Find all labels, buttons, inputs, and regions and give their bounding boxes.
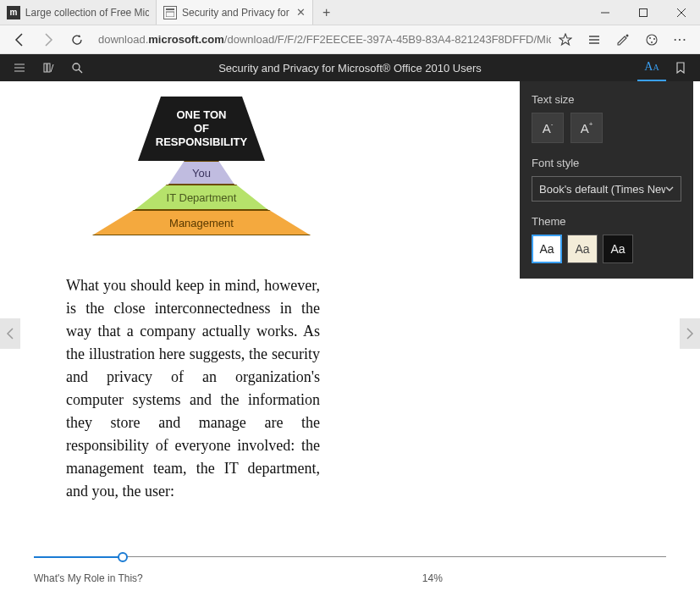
tab-free-mic[interactable]: m Large collection of Free Mic xyxy=(0,0,157,25)
back-button[interactable] xyxy=(5,27,34,52)
hat-line: ONE TON xyxy=(177,108,227,122)
share-button[interactable] xyxy=(637,27,666,52)
favicon-m-icon: m xyxy=(7,6,20,19)
url-host: microsoft.com xyxy=(148,33,224,46)
favorite-button[interactable] xyxy=(551,27,580,52)
font-style-value: Book's default (Times New R xyxy=(539,183,665,196)
progress-slider[interactable] xyxy=(34,552,666,562)
library-button[interactable] xyxy=(34,54,63,81)
theme-light-button[interactable]: Aa xyxy=(532,235,562,263)
svg-rect-3 xyxy=(639,8,647,16)
svg-rect-18 xyxy=(47,64,50,72)
reading-view-icon xyxy=(163,6,177,19)
hat-line: OF xyxy=(194,122,209,135)
slider-fill xyxy=(34,556,123,558)
theme-label: Theme xyxy=(532,215,681,228)
svg-point-10 xyxy=(647,35,657,45)
pyramid-row-it: IT Department xyxy=(135,185,268,210)
slider-thumb[interactable] xyxy=(118,552,128,562)
svg-line-19 xyxy=(51,64,53,72)
chevron-down-icon xyxy=(665,183,674,196)
more-button[interactable]: ··· xyxy=(666,27,695,52)
reading-content: ONE TON OF RESPONSIBILITY You IT Departm… xyxy=(0,81,700,561)
progress-percent: 14% xyxy=(422,572,443,584)
page: ONE TON OF RESPONSIBILITY You IT Departm… xyxy=(0,81,372,503)
reading-title: Security and Privacy for Microsoft® Offi… xyxy=(0,62,700,75)
bookmark-button[interactable] xyxy=(666,54,695,81)
reading-footer: What's My Role in This? 14% xyxy=(34,552,666,584)
close-tab-icon[interactable]: ✕ xyxy=(296,6,306,19)
text-size-label: Text size xyxy=(532,93,681,106)
reading-bar: Security and Privacy for Microsoft® Offi… xyxy=(0,54,700,81)
refresh-button[interactable] xyxy=(63,27,91,52)
svg-point-20 xyxy=(73,64,80,70)
url-field[interactable]: download.microsoft.com/download/F/F/2/FF… xyxy=(91,33,551,46)
next-page-button[interactable] xyxy=(680,318,700,349)
body-paragraph: What you should keep in mind, however, i… xyxy=(66,274,320,503)
search-button[interactable] xyxy=(63,54,91,81)
pyramid-row-you: You xyxy=(168,161,234,185)
svg-point-13 xyxy=(651,41,653,43)
titlebar: m Large collection of Free Mic Security … xyxy=(0,0,700,25)
web-note-button[interactable] xyxy=(609,27,637,52)
responsibility-pyramid: ONE TON OF RESPONSIBILITY You IT Departm… xyxy=(91,97,311,266)
svg-line-21 xyxy=(79,69,82,73)
svg-point-12 xyxy=(653,38,655,40)
theme-dark-button[interactable]: Aa xyxy=(603,235,633,263)
font-style-label: Font style xyxy=(532,157,681,169)
text-options-panel: Text size A- A+ Font style Book's defaul… xyxy=(520,81,693,279)
maximize-button[interactable] xyxy=(624,0,662,25)
svg-rect-0 xyxy=(166,8,174,10)
font-style-select[interactable]: Book's default (Times New R xyxy=(532,176,681,202)
increase-text-button[interactable]: A+ xyxy=(570,113,603,143)
forward-button[interactable] xyxy=(34,27,63,52)
decrease-text-button[interactable]: A- xyxy=(532,113,564,143)
slider-track xyxy=(34,556,666,557)
text-options-button[interactable]: AA xyxy=(637,54,666,81)
prev-page-button[interactable] xyxy=(0,318,20,349)
address-bar: download.microsoft.com/download/F/F/2/FF… xyxy=(0,25,700,54)
hub-button[interactable] xyxy=(580,27,609,52)
theme-sepia-button[interactable]: Aa xyxy=(567,235,598,263)
chapter-title: What's My Role in This? xyxy=(34,572,143,584)
tab-security-privacy[interactable]: Security and Privacy for ✕ xyxy=(157,0,313,25)
hat-line: RESPONSIBILITY xyxy=(156,135,247,149)
minimize-button[interactable] xyxy=(586,0,624,25)
window-controls xyxy=(586,0,700,25)
contents-button[interactable] xyxy=(5,54,34,81)
url-prefix: download. xyxy=(98,33,148,46)
svg-rect-1 xyxy=(166,12,174,17)
pyramid-hat: ONE TON OF RESPONSIBILITY xyxy=(138,97,265,161)
new-tab-button[interactable]: + xyxy=(313,0,340,25)
svg-point-9 xyxy=(626,34,629,36)
svg-rect-17 xyxy=(44,64,47,72)
tab-label: Large collection of Free Mic xyxy=(25,7,149,19)
url-path: /download/F/F/2/FF2EECEE-397A-45B9-83A4-… xyxy=(224,33,551,46)
svg-point-11 xyxy=(649,37,651,39)
close-window-button[interactable] xyxy=(662,0,700,25)
pyramid-row-management: Management xyxy=(92,210,311,235)
tab-label: Security and Privacy for xyxy=(182,7,289,19)
